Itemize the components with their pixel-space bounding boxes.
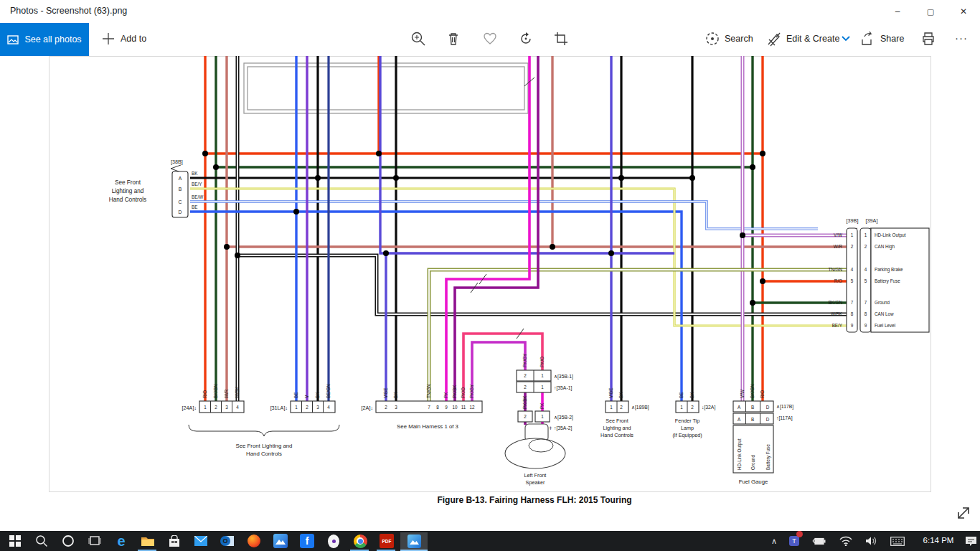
search-label[interactable]: Search (725, 34, 753, 44)
svg-text:PK/GY: PK/GY (469, 384, 474, 398)
office-flame-icon[interactable] (245, 532, 263, 550)
see-all-photos-button[interactable]: See all photos (0, 23, 89, 56)
svg-text:∧[35B-2]: ∧[35B-2] (554, 415, 573, 420)
svg-text:2: 2 (306, 405, 308, 410)
battery-icon[interactable] (809, 532, 828, 550)
delete-icon[interactable] (446, 31, 463, 48)
svg-text:∧[35B-1]: ∧[35B-1] (554, 374, 573, 380)
svg-text:TN/GN: TN/GN (426, 384, 431, 398)
svg-text:Left Front: Left Front (524, 472, 547, 479)
svg-text:1: 1 (610, 405, 613, 410)
edit-create-icon[interactable] (766, 31, 783, 48)
add-to-icon[interactable] (102, 32, 119, 50)
start-button[interactable] (6, 532, 24, 550)
zoom-icon[interactable] (410, 31, 428, 48)
tray-chevron-icon[interactable]: ∧ (765, 532, 783, 550)
facebook-icon[interactable]: f (298, 532, 316, 550)
svg-text:1: 1 (864, 232, 867, 237)
taskbar-search-icon[interactable] (32, 532, 51, 550)
add-to-label[interactable]: Add to (121, 34, 146, 44)
svg-text:8: 8 (864, 311, 867, 316)
task-view-icon[interactable] (85, 532, 104, 550)
svg-text:HD-Link Output: HD-Link Output (875, 232, 906, 238)
white-oval-app-icon[interactable] (324, 532, 343, 550)
svg-text:BK/GN: BK/GN (750, 384, 755, 398)
svg-text:↑[35A-1]: ↑[35A-1] (554, 385, 572, 391)
outlook-icon[interactable]: O (218, 532, 237, 550)
teams-tray-icon[interactable]: T (785, 532, 804, 550)
svg-text:See Front: See Front (115, 179, 141, 186)
svg-text:R/O: R/O (202, 390, 207, 398)
rotate-icon[interactable] (518, 31, 535, 48)
svg-text:TN/GN: TN/GN (828, 267, 842, 272)
svg-text:2: 2 (851, 244, 854, 249)
mail-icon[interactable] (192, 532, 210, 550)
svg-text:5: 5 (864, 278, 867, 283)
svg-text:2: 2 (691, 405, 694, 410)
svg-text:V/BE: V/BE (383, 388, 388, 398)
photos-icon (7, 35, 19, 44)
wifi-icon[interactable] (837, 532, 855, 550)
action-center-icon[interactable] (961, 532, 980, 550)
favorite-heart-icon[interactable] (482, 31, 499, 48)
svg-text:BE/GN: BE/GN (326, 384, 331, 398)
more-options-button[interactable]: ··· (955, 32, 968, 44)
svg-text:BK/GN: BK/GN (828, 300, 842, 305)
svg-text:Ground: Ground (750, 454, 755, 470)
svg-text:BE: BE (192, 204, 197, 209)
svg-text:PK: PK (540, 402, 545, 409)
svg-text:D: D (766, 417, 770, 422)
svg-text:(If Equipped): (If Equipped) (672, 432, 702, 438)
svg-text:2: 2 (620, 405, 623, 410)
edit-create-label[interactable]: Edit & Create (786, 34, 839, 44)
svg-text:2: 2 (215, 405, 217, 410)
svg-text:Hand Controls: Hand Controls (246, 451, 282, 457)
svg-text:BE: BE (293, 392, 298, 398)
share-icon[interactable] (859, 31, 877, 48)
svg-text:R/O: R/O (834, 278, 842, 283)
svg-text:C: C (179, 199, 182, 204)
svg-text:Lamp: Lamp (681, 425, 694, 431)
search-icon[interactable] (705, 31, 722, 48)
svg-text:BE: BE (679, 392, 684, 398)
chevron-down-icon[interactable] (841, 35, 858, 52)
photos-app-active[interactable] (400, 532, 428, 550)
svg-text:1: 1 (541, 385, 544, 390)
svg-text:B: B (179, 187, 182, 192)
maximize-button[interactable]: ▢ (914, 0, 947, 23)
svg-text:BE/Y: BE/Y (832, 323, 843, 328)
share-label[interactable]: Share (880, 34, 904, 44)
fullscreen-expand-icon[interactable] (953, 502, 974, 524)
svg-text:↑[35A-2]: ↑[35A-2] (554, 425, 572, 431)
touch-keyboard-icon[interactable] (888, 532, 907, 550)
svg-text:B: B (751, 417, 754, 422)
svg-text:Fender Tip: Fender Tip (675, 418, 699, 424)
chrome-icon[interactable] (351, 532, 369, 550)
svg-text:PK/O: PK/O (461, 387, 466, 398)
photo-viewer-canvas[interactable]: [38B] A B C D BK BE/Y BE/W BE See Front … (49, 56, 931, 492)
taskbar-clock[interactable]: 6:14 PM (918, 536, 958, 545)
file-explorer-icon[interactable] (138, 532, 157, 550)
svg-text:4: 4 (327, 405, 330, 410)
movies-app-icon[interactable] (271, 532, 290, 550)
print-icon[interactable] (920, 31, 938, 48)
svg-text:4: 4 (851, 267, 854, 272)
svg-text:2: 2 (524, 385, 527, 390)
svg-text:HD-Link Output: HD-Link Output (737, 438, 743, 470)
pdf-app-icon[interactable]: PDF (377, 532, 396, 550)
svg-text:Speaker: Speaker (526, 479, 545, 486)
minimize-button[interactable]: – (881, 0, 914, 23)
crop-icon[interactable] (553, 31, 570, 48)
svg-text:V/W: V/W (834, 232, 842, 237)
svg-text:Fuel Gauge: Fuel Gauge (739, 479, 768, 485)
svg-text:10: 10 (452, 405, 458, 410)
see-all-photos-label: See all photos (24, 34, 81, 44)
volume-icon[interactable] (862, 532, 881, 550)
edge-icon[interactable]: e (112, 532, 131, 550)
close-button[interactable]: ✕ (947, 0, 980, 23)
cortana-icon[interactable] (59, 532, 77, 550)
store-icon[interactable] (165, 532, 184, 550)
svg-text:CAN High: CAN High (875, 244, 895, 250)
svg-text:Battery Fuse: Battery Fuse (875, 278, 900, 284)
svg-text:[39B]: [39B] (847, 217, 859, 224)
